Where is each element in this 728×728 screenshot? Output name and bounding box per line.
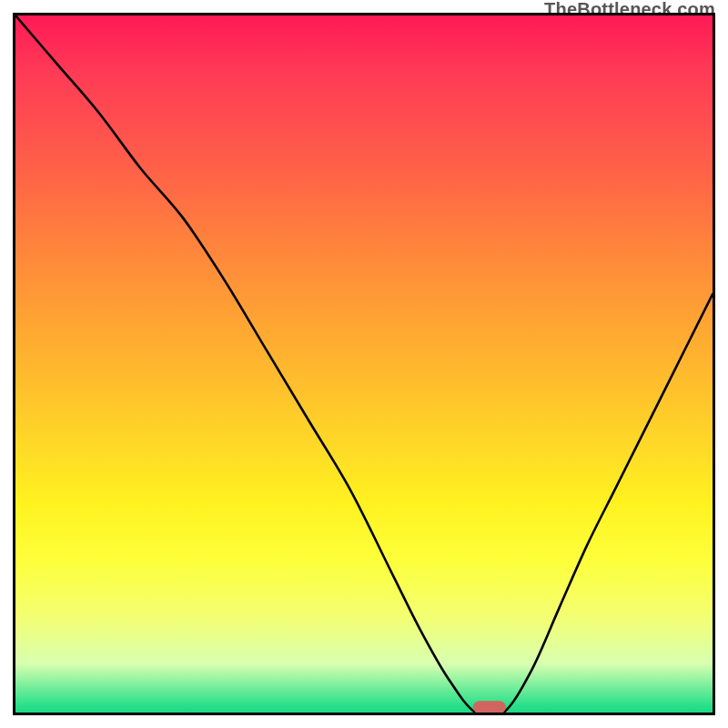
curve-layer (15, 15, 713, 713)
plot-area (13, 13, 715, 715)
optimum-marker (473, 701, 506, 713)
bottleneck-curve-path (15, 15, 713, 713)
bottleneck-chart: TheBottleneck.com (0, 0, 728, 728)
